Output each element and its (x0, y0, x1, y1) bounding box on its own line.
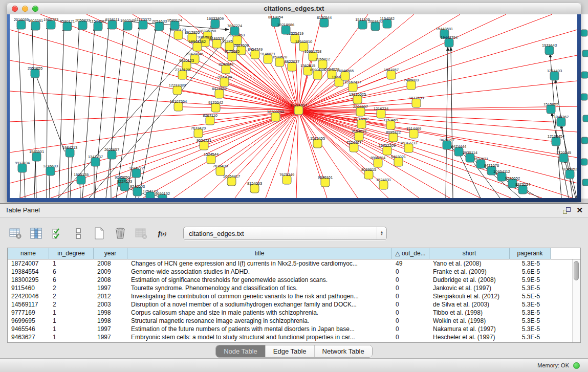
network-node-label: 1505135 (74, 172, 89, 177)
network-node (581, 137, 588, 144)
zoom-window-button[interactable] (32, 6, 38, 12)
close-window-button[interactable] (12, 6, 18, 12)
table-cell: Hescheler et al. (1997) (429, 333, 510, 341)
network-node-label: 22420046 (186, 52, 203, 56)
function-builder-icon[interactable]: f(x) (155, 226, 169, 240)
network-node-label: 9696161 (318, 175, 333, 180)
network-node-label: 18640910 (295, 39, 312, 44)
column-header-year[interactable]: year (94, 248, 127, 259)
table-cell: Investigating the contribution of common… (127, 292, 392, 300)
network-node (581, 72, 588, 78)
minimize-window-button[interactable] (22, 6, 28, 12)
table-cell: Tourette syndrome. Phenomenology and cla… (127, 284, 392, 292)
network-node-label: 8427552 (212, 86, 227, 91)
network-node-label: 1973443 (542, 43, 557, 48)
network-node-label: 1881957 (384, 68, 399, 72)
table-row[interactable]: 2242004622012Investigating the contribut… (8, 292, 580, 300)
table-cell: 0 (392, 309, 429, 317)
table-row[interactable]: 911546021997Tourette syndrome. Phenomeno… (8, 284, 580, 292)
table-row[interactable]: 946554611997Estimation of the future num… (8, 325, 580, 333)
table-cell: Yano et al. (2008) (429, 259, 510, 268)
table-cell: 0 (392, 292, 429, 300)
table-cell: Nakamura et al. (1997) (429, 325, 510, 333)
table-cell: 6 (49, 276, 94, 284)
table-cell: 9465546 (8, 325, 49, 333)
network-node (581, 30, 587, 36)
network-node-label: 9479197 (440, 138, 454, 142)
table-cell: 1 (49, 317, 94, 325)
citation-network-graph[interactable]: 8660123891295518226058932750581863281654… (10, 14, 577, 198)
network-node-label: 8095322 (386, 130, 401, 135)
scrollbar-thumb[interactable] (574, 261, 579, 280)
network-node-label: 1515855 (543, 102, 558, 106)
table-cell: 5.3E-5 (510, 309, 551, 317)
table-row[interactable]: 1830029562008Estimation of significance … (8, 276, 580, 284)
network-node-label: 8154063 (247, 181, 262, 186)
network-node-label: 8973234 (515, 182, 530, 187)
header-filler (551, 248, 580, 259)
tab-network-table[interactable]: Network Table (315, 345, 372, 357)
table-cell: 2012 (94, 292, 127, 300)
network-node-label: 8813054 (268, 15, 283, 19)
table-cell: Franke et al. (2009) (429, 268, 510, 276)
memory-status-label: Memory: OK (537, 362, 569, 368)
network-node-label: 1583501 (29, 149, 44, 154)
table-row[interactable]: 1938455462009Genome-wide association stu… (8, 268, 580, 276)
close-panel-icon[interactable]: ✕ (576, 207, 583, 214)
tab-node-table[interactable]: Node Table (216, 345, 266, 357)
network-window-frame: 8660123891295518226058932750581863281654… (7, 14, 581, 202)
table-cell: 1997 (94, 325, 127, 333)
network-node-label: 8822037 (285, 59, 299, 64)
network-node-label: 12213389 (169, 83, 186, 87)
table-cell: 2008 (94, 276, 127, 284)
show-columns-icon[interactable] (29, 226, 43, 240)
network-node (582, 50, 588, 57)
network-node-label: 9580121 (60, 19, 75, 24)
table-vertical-scrollbar[interactable] (572, 259, 580, 342)
table-mode-icon[interactable] (8, 226, 23, 240)
table-row[interactable]: 1456911722003Disruption of a novel membe… (8, 300, 580, 309)
column-header-pagerank[interactable]: pagerank (510, 248, 551, 259)
network-node-label: 18724007 (290, 103, 307, 107)
float-panel-icon[interactable] (563, 207, 570, 214)
network-node-label: 8016342 (354, 117, 369, 121)
table-cell: 1997 (94, 333, 127, 341)
network-node-label: 2803144 (217, 75, 232, 79)
table-selector-dropdown[interactable]: citations_edges.txt ▲▼ (183, 227, 387, 240)
table-selector-value: citations_edges.txt (184, 230, 377, 237)
table-cell: 2009 (94, 268, 127, 276)
new-column-icon[interactable] (92, 226, 106, 240)
network-node-label: 16012733 (400, 141, 417, 145)
network-node-label: 7675349 (279, 172, 294, 177)
column-header-title[interactable]: title (127, 248, 392, 259)
column-header-out-de-[interactable]: △ out_de... (392, 248, 429, 259)
network-node-label: 11173372 (135, 17, 151, 22)
network-window-titlebar[interactable]: citations_edges.txt (7, 3, 581, 15)
column-header-name[interactable]: name (8, 248, 49, 259)
network-node-label: 16752209 (379, 143, 396, 148)
table-cell: 9699695 (8, 317, 49, 325)
table-cell: 22420046 (8, 292, 49, 300)
node-table-header: namein_degreeyeartitle△ out_de...shortpa… (8, 248, 580, 259)
network-node-label: 1524831 (376, 178, 391, 182)
desktop: citations_edges.txt 86601238912955182260… (0, 0, 588, 372)
table-row[interactable]: 977716911998Corpus callosum shape and si… (8, 309, 580, 317)
select-all-rows-icon[interactable] (50, 226, 64, 240)
network-canvas[interactable]: 8660123891295518226058932750581863281654… (10, 14, 577, 198)
table-row[interactable]: 946362711997Embryonic stem cells: a mode… (8, 333, 580, 341)
table-row[interactable]: 969969511998Structural magnetic resonanc… (8, 317, 580, 325)
tab-edge-table[interactable]: Edge Table (266, 345, 315, 357)
network-node-label: 8099615 (361, 167, 376, 172)
delete-column-icon[interactable] (113, 226, 127, 240)
table-row[interactable]: 1872400712008Changes of HCN gene express… (8, 259, 580, 268)
table-cell: 0 (392, 284, 429, 292)
column-header-short[interactable]: short (429, 248, 510, 259)
column-header-in-degree[interactable]: in_degree (49, 248, 94, 259)
table-cell: 18724007 (8, 259, 49, 268)
network-node-label: 11544082 (90, 19, 106, 24)
network-node-label: 10654112 (493, 169, 510, 174)
network-node-label: 1524544 (204, 152, 219, 157)
network-node-label: 2935114 (463, 150, 477, 155)
clear-selection-icon[interactable] (71, 226, 85, 240)
table-cell: 49 (392, 259, 429, 268)
